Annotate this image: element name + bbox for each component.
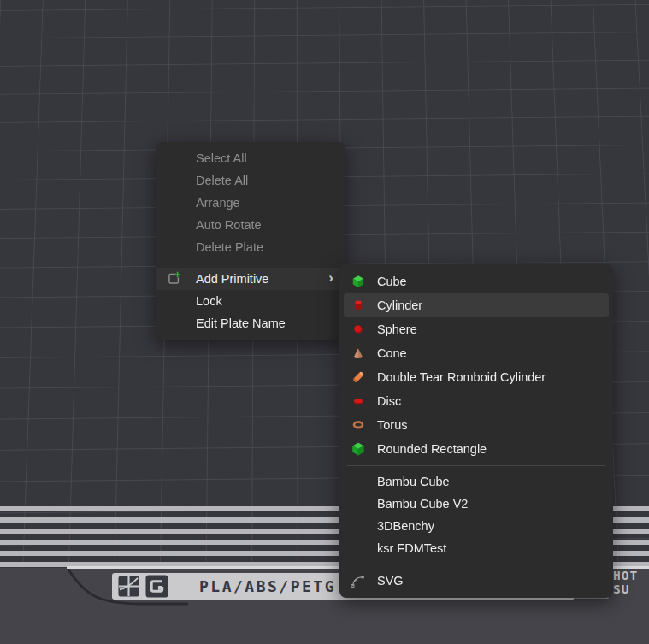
submenu-item-label: Double Tear Romboid Cylinder [377, 370, 546, 384]
submenu-item-bambu-cube-v2[interactable]: Bambu Cube V2 [339, 493, 613, 515]
hot-surface-line2: SU [613, 582, 649, 596]
bezier-curve-icon [351, 573, 365, 589]
add-primitive-submenu: Cube Cylinder Sphere Cone [339, 264, 613, 598]
torus-icon [351, 418, 365, 432]
cube-icon [351, 275, 365, 288]
submenu-item-cube[interactable]: Cube [339, 269, 613, 293]
menu-item-edit-plate-name[interactable]: Edit Plate Name [156, 312, 345, 334]
hot-surface-line1: HOT [613, 569, 649, 582]
menu-item-label: Add Primitive [196, 272, 268, 286]
menu-item-select-all: Select All [156, 147, 345, 169]
submenu-item-label: Disc [377, 394, 401, 408]
submenu-item-ksr-fdmtest[interactable]: ksr FDMTest [339, 537, 613, 559]
menu-item-arrange: Arrange [156, 192, 345, 214]
submenu-item-svg[interactable]: SVG [339, 569, 613, 593]
submenu-item-cone[interactable]: Cone [339, 341, 613, 365]
romboid-cylinder-icon [351, 370, 365, 384]
plate-type-icon [145, 575, 168, 598]
submenu-item-label: SVG [377, 574, 404, 588]
submenu-item-label: Torus [377, 418, 407, 432]
submenu-item-label: Cube [377, 275, 407, 288]
submenu-item-3dbenchy[interactable]: 3DBenchy [339, 515, 613, 537]
rounded-rectangle-icon [351, 442, 365, 456]
hot-surface-warning-text: HOT SU [613, 569, 649, 596]
sphere-icon [351, 322, 365, 336]
submenu-item-torus[interactable]: Torus [339, 413, 613, 437]
add-primitive-icon [166, 271, 181, 287]
menu-separator [164, 263, 337, 263]
disc-icon [351, 394, 365, 408]
submenu-item-label: Sphere [377, 322, 417, 336]
submenu-item-bambu-cube[interactable]: Bambu Cube [339, 470, 613, 493]
menu-item-delete-plate: Delete Plate [156, 236, 345, 258]
cone-icon [351, 346, 365, 360]
menu-separator [347, 564, 605, 564]
menu-item-auto-rotate: Auto Rotate [156, 214, 345, 236]
submenu-item-label: Cylinder [377, 298, 422, 312]
submenu-item-sphere[interactable]: Sphere [339, 317, 613, 341]
submenu-item-cylinder[interactable]: Cylinder [344, 293, 609, 317]
submenu-item-rounded-rectangle[interactable]: Rounded Rectangle [339, 437, 613, 461]
submenu-item-label: Cone [377, 346, 407, 360]
plate-material-label: PLA/ABS/PETG [199, 577, 336, 595]
menu-separator [347, 465, 605, 466]
cylinder-icon [351, 298, 365, 312]
menu-item-add-primitive[interactable]: Add Primitive › [156, 268, 345, 290]
submenu-item-disc[interactable]: Disc [339, 389, 613, 413]
menu-item-lock[interactable]: Lock [156, 290, 345, 312]
chevron-right-icon: › [328, 269, 333, 287]
menu-item-delete-all: Delete All [156, 169, 345, 192]
submenu-item-double-tear-romboid-cylinder[interactable]: Double Tear Romboid Cylinder [339, 365, 613, 389]
context-menu: Select All Delete All Arrange Auto Rotat… [156, 142, 345, 340]
bambu-logo-icon [118, 576, 139, 597]
submenu-item-label: Rounded Rectangle [377, 442, 487, 456]
